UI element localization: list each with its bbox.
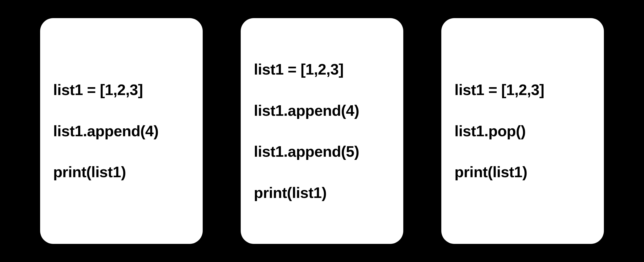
code-line: list1.append(5) (254, 141, 359, 162)
code-block-1: list1 = [1,2,3] list1.append(4) print(li… (53, 59, 159, 203)
code-line: list1.append(4) (53, 121, 159, 141)
code-line: print(list1) (454, 162, 544, 182)
code-line: list1.append(4) (254, 100, 359, 121)
code-line: print(list1) (53, 162, 159, 182)
code-card-1: list1 = [1,2,3] list1.append(4) print(li… (40, 18, 203, 244)
code-line: list1.pop() (454, 121, 544, 141)
code-block-2: list1 = [1,2,3] list1.append(4) list1.ap… (254, 39, 359, 224)
code-block-3: list1 = [1,2,3] list1.pop() print(list1) (454, 59, 544, 203)
code-line: list1 = [1,2,3] (254, 59, 359, 80)
code-line: list1 = [1,2,3] (454, 80, 544, 100)
code-card-2: list1 = [1,2,3] list1.append(4) list1.ap… (241, 18, 403, 244)
code-line: print(list1) (254, 182, 359, 203)
code-card-3: list1 = [1,2,3] list1.pop() print(list1) (441, 18, 604, 244)
code-line: list1 = [1,2,3] (53, 80, 159, 100)
